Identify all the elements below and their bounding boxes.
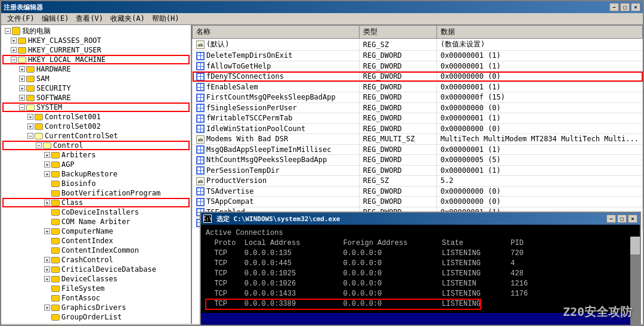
biosinfo-folder-icon [51,181,60,187]
hkcr-expander[interactable]: + [11,38,17,44]
tree-node-class[interactable]: + Class [2,198,190,207]
tree-node-controlset002[interactable]: + ControlSet002 [2,122,190,131]
tree-node-security[interactable]: + SECURITY [2,83,190,93]
tree-node-comnamearbiter[interactable]: COM Name Arbiter [2,217,190,226]
software-expander[interactable]: + [19,95,25,101]
tree-node-filesystem[interactable]: FileSystem [2,284,190,293]
hkcu-expander[interactable]: + [11,47,17,53]
table-row[interactable]: fEnableSalemREG_DWORD0x00000001 (1) [193,82,643,92]
menu-edit[interactable]: 编辑(E) [38,13,73,25]
menu-file[interactable]: 文件(F) [4,13,38,25]
menu-help[interactable]: 帮助(H) [148,13,183,25]
criticaldevice-expander[interactable]: + [44,266,50,272]
table-row[interactable]: abModems With Bad DSRREG_MULTI_SZMultiTe… [193,134,643,145]
tree-node-graphicsdrivers[interactable]: + GraphicsDrivers [2,303,190,312]
table-row[interactable]: FirstCountMsgQPeeksSleepBadAppREG_DWORD0… [193,92,643,103]
tree-node-computername[interactable]: + ComputerName [2,226,190,236]
cs002-expander[interactable]: + [27,123,33,129]
menu-favorites[interactable]: 收藏夹(A) [107,13,148,25]
class-expander[interactable]: + [44,200,50,206]
tree-node-backuprestore[interactable]: + BackupRestore [2,169,190,179]
tree-node-contentindex[interactable]: ContentIndex [2,236,190,246]
reg-ab-icon: ab [196,135,205,144]
table-row[interactable]: TSAppCompatREG_DWORD0x00000000 (0) [193,197,643,207]
table-row[interactable]: IdleWinStationPoolCountREG_DWORD0x000000… [193,123,643,134]
tree-node-hklm[interactable]: − HKEY_LOCAL_MACHINE [2,55,190,64]
control-expander[interactable]: − [36,142,42,148]
tree-node-control[interactable]: − Control [2,141,190,150]
tree-node-software[interactable]: + SOFTWARE [2,93,190,103]
deviceclasses-expander[interactable]: + [44,276,50,282]
tree-pane[interactable]: − 我的电脑 + HKEY_CLASSES_ROOT + HKEY_CURREN… [1,25,192,324]
table-row[interactable]: MsgQBadAppSleepTimeInMillisecREG_DWORD0x… [193,144,643,155]
grouporderlist-label: GroupOrderList [61,313,122,321]
graphicsdrivers-expander[interactable]: + [44,305,50,311]
table-row[interactable]: PerSessionTempDirREG_DWORD0x00000001 (1) [193,165,643,176]
sam-expander[interactable]: + [19,76,25,82]
reg-value-name: fAllowToGetHelp [193,61,360,72]
cmd-line: Active Connections [206,228,628,238]
tree-node-contentindexcommon[interactable]: ContentIndexCommon [2,246,190,255]
tree-root[interactable]: − 我的电脑 [2,26,190,36]
table-row[interactable]: fSingleSessionPerUserREG_DWORD0x00000000… [193,103,643,113]
table-row[interactable]: DeleteTempDirsOnExitREG_DWORD0x00000001 … [193,51,643,61]
hardware-expander[interactable]: + [19,66,25,72]
ccs-expander[interactable]: − [27,133,33,139]
tree-node-hkcu[interactable]: + HKEY_CURRENT_USER [2,45,190,55]
codevice-label: CoDeviceInstallers [61,208,139,216]
cmd-line: TCP 0.0.0.0:1026 0.0.0.0:0 LISTENIN 1216 [206,279,628,289]
tree-node-ccs[interactable]: − CurrentControlSet [2,131,190,141]
agp-expander[interactable]: + [44,162,50,167]
hardware-label: HARDWARE [36,65,71,73]
reg-ab-icon: ab [196,177,205,185]
cmd-scrollbar-thumb[interactable] [630,237,640,254]
table-row[interactable]: fDenyTSConnectionsREG_DWORD0x00000000 (0… [193,72,643,82]
reg-grid-icon [196,156,205,164]
tree-node-controlset001[interactable]: + ControlSet001 [2,112,190,122]
tree-node-fontassoc[interactable]: FontAssoc [2,293,190,303]
cmd-maximize-button[interactable]: □ [617,215,627,223]
tree-node-system[interactable]: − SYSTEM [2,103,190,112]
table-row[interactable]: NthCountMsgQPeeksSleepBadAppREG_DWORD0x0… [193,155,643,166]
security-expander[interactable]: + [19,85,25,91]
tree-node-agp[interactable]: + AGP [2,160,190,169]
close-button[interactable]: × [631,3,640,11]
table-row[interactable]: TSAdvertiseREG_DWORD0x00000000 (0) [193,186,643,197]
criticaldevice-label: CriticalDeviceDatabase [61,265,156,274]
tree-node-codevice[interactable]: CoDeviceInstallers [2,207,190,217]
root-expander[interactable]: − [5,28,11,34]
comnamearbiter-folder-icon [51,219,60,225]
tree-node-crashcontrol[interactable]: + CrashControl [2,255,190,265]
tree-node-grouporderlist[interactable]: GroupOrderList [2,312,190,322]
table-row[interactable]: abProductVersionREG_SZ5.2 [193,176,643,187]
reg-value-data: 0x00000001 (1) [436,113,642,124]
tree-node-sam[interactable]: + SAM [2,74,190,83]
arbiters-expander[interactable]: + [44,152,50,158]
tree-node-criticaldevice[interactable]: + CriticalDeviceDatabase [2,265,190,274]
computername-expander[interactable]: + [44,228,50,234]
tree-node-hal[interactable]: HAL [2,322,190,324]
reg-value-name: abModems With Bad DSR [193,134,360,145]
table-row[interactable]: fWritableTSCCPermTabREG_DWORD0x00000001 … [193,113,643,124]
maximize-button[interactable]: □ [620,3,630,11]
crashcontrol-expander[interactable]: + [44,257,50,263]
menu-view[interactable]: 查看(V) [72,13,107,25]
tree-node-arbiters[interactable]: + Arbiters [2,150,190,160]
table-row[interactable]: fAllowToGetHelpREG_DWORD0x00000001 (1) [193,61,643,72]
tree-node-hkcr[interactable]: + HKEY_CLASSES_ROOT [2,36,190,45]
reg-value-name: fDenyTSConnections [193,72,360,82]
system-expander[interactable]: − [19,104,25,110]
cmd-close-button[interactable]: × [628,215,637,223]
backuprestore-expander[interactable]: + [44,171,50,177]
tree-node-hardware[interactable]: + HARDWARE [2,64,190,74]
hklm-expander[interactable]: − [11,57,17,63]
minimize-button[interactable]: − [609,3,619,11]
cmd-minimize-button[interactable]: − [606,215,616,223]
tree-node-biosinfo[interactable]: Biosinfo [2,179,190,188]
codevice-expander [44,209,50,215]
table-row[interactable]: ab(默认)REG_SZ(数值未设置) [193,39,643,51]
cs001-expander[interactable]: + [27,114,33,120]
tree-node-bootverif[interactable]: BootVerificationProgram [2,188,190,198]
tree-node-deviceclasses[interactable]: + DeviceClasses [2,274,190,284]
cmd-scrollbar[interactable] [630,237,640,325]
